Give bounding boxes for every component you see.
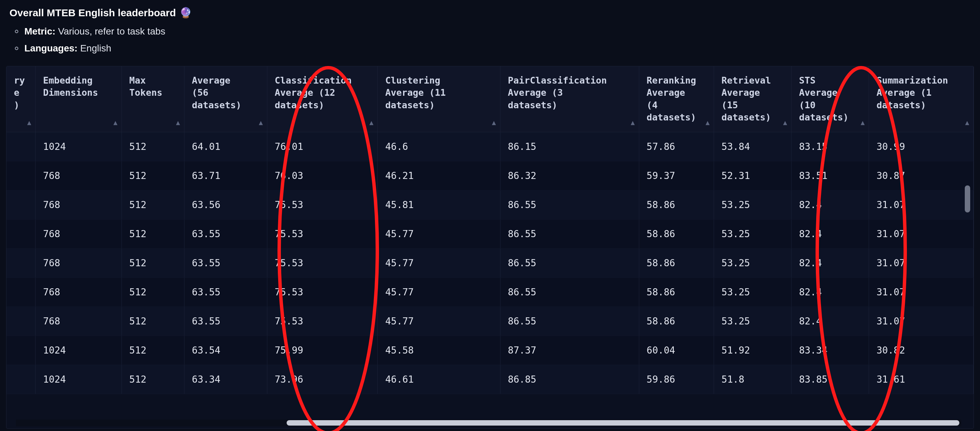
cell-clu: 46.61	[378, 365, 500, 394]
cell-pair: 86.32	[500, 161, 639, 190]
cell-ret: 53.25	[714, 248, 792, 277]
table-row[interactable]: 76851263.5575.5345.7786.5558.8653.2582.4…	[6, 307, 974, 336]
meta-value: English	[80, 43, 111, 54]
cell-sts: 82.4	[792, 190, 869, 219]
cell-ret: 53.84	[714, 132, 792, 161]
table-row[interactable]: 102451263.5475.9945.5887.3760.0451.9283.…	[6, 336, 974, 365]
cell-ret: 51.92	[714, 336, 792, 365]
sort-icon[interactable]: ▲	[861, 118, 865, 127]
sort-icon[interactable]: ▲	[965, 118, 969, 127]
col-embedding-dimensions[interactable]: Embedding Dimensions▲	[35, 66, 122, 132]
table-scroll[interactable]: ry e )▲ Embedding Dimensions▲ Max Tokens…	[6, 66, 974, 428]
sort-icon[interactable]: ▲	[259, 118, 263, 127]
leaderboard-table: ry e )▲ Embedding Dimensions▲ Max Tokens…	[6, 66, 974, 394]
col-label: Max Tokens	[129, 75, 162, 98]
cell-sts: 83.85	[792, 365, 869, 394]
horizontal-scrollbar[interactable]	[16, 420, 961, 426]
cell-ret: 53.25	[714, 307, 792, 336]
col-summarization-average[interactable]: Summarization Average (1 datasets)▲	[869, 66, 974, 132]
cell-sum: 31.07	[869, 277, 974, 307]
cell-tok: 512	[122, 336, 185, 365]
cell-rer: 60.04	[639, 336, 714, 365]
cell-tok: 512	[122, 161, 185, 190]
bullet-icon	[15, 47, 18, 50]
cell-stub	[6, 365, 35, 394]
col-stub[interactable]: ry e )▲	[6, 66, 35, 132]
cell-stub	[6, 336, 35, 365]
cell-cls: 75.53	[267, 277, 378, 307]
table-row[interactable]: 76851263.5575.5345.7786.5558.8653.2582.4…	[6, 277, 974, 307]
cell-clu: 45.81	[378, 190, 500, 219]
sort-icon[interactable]: ▲	[369, 118, 373, 127]
cell-pair: 86.55	[500, 190, 639, 219]
sort-icon[interactable]: ▲	[492, 118, 496, 127]
cell-pair: 86.55	[500, 219, 639, 248]
cell-ret: 53.25	[714, 219, 792, 248]
cell-pair: 86.55	[500, 248, 639, 277]
cell-sts: 82.4	[792, 248, 869, 277]
cell-avg: 63.34	[185, 365, 267, 394]
cell-cls: 75.53	[267, 190, 378, 219]
col-retrieval-average[interactable]: Retrieval Average (15 datasets)▲	[714, 66, 792, 132]
vertical-scrollbar-thumb[interactable]	[965, 185, 970, 212]
cell-avg: 63.71	[185, 161, 267, 190]
meta-item-languages: Languages: English	[15, 43, 980, 54]
sort-icon[interactable]: ▲	[113, 118, 118, 127]
table-header: ry e )▲ Embedding Dimensions▲ Max Tokens…	[6, 66, 974, 132]
cell-tok: 512	[122, 277, 185, 307]
cell-sts: 82.4	[792, 277, 869, 307]
cell-avg: 63.55	[185, 277, 267, 307]
cell-cls: 76.03	[267, 161, 378, 190]
cell-tok: 512	[122, 190, 185, 219]
table-row[interactable]: 102451264.0176.0146.686.1557.8653.8483.1…	[6, 132, 974, 161]
col-sts-average[interactable]: STS Average (10 datasets)▲	[792, 66, 869, 132]
meta-label: Metric:	[24, 26, 56, 37]
col-label: STS Average (10 datasets)	[799, 75, 848, 122]
cell-pair: 87.37	[500, 336, 639, 365]
cell-cls: 75.53	[267, 248, 378, 277]
cell-clu: 45.77	[378, 277, 500, 307]
col-clustering-average[interactable]: Clustering Average (11 datasets)▲	[378, 66, 500, 132]
cell-clu: 45.77	[378, 248, 500, 277]
table-row[interactable]: 76851263.5575.5345.7786.5558.8653.2582.4…	[6, 248, 974, 277]
sort-icon[interactable]: ▲	[631, 118, 635, 127]
cell-dim: 768	[35, 277, 122, 307]
col-max-tokens[interactable]: Max Tokens▲	[122, 66, 185, 132]
cell-tok: 512	[122, 307, 185, 336]
meta-label: Languages:	[24, 43, 78, 54]
horizontal-scrollbar-thumb[interactable]	[286, 420, 959, 426]
col-classification-average[interactable]: Classification Average (12 datasets)▲	[267, 66, 378, 132]
cell-avg: 63.56	[185, 190, 267, 219]
page-title: Overall MTEB English leaderboard	[10, 7, 176, 19]
cell-ret: 52.31	[714, 161, 792, 190]
col-average[interactable]: Average (56 datasets)▲	[185, 66, 267, 132]
cell-pair: 86.15	[500, 132, 639, 161]
sort-icon[interactable]: ▲	[783, 118, 787, 127]
col-label: Embedding Dimensions	[43, 75, 98, 98]
cell-clu: 46.6	[378, 132, 500, 161]
vertical-scrollbar[interactable]	[965, 145, 970, 415]
sort-icon[interactable]: ▲	[27, 118, 31, 127]
cell-sum: 30.82	[869, 336, 974, 365]
cell-avg: 63.55	[185, 307, 267, 336]
cell-sts: 82.4	[792, 219, 869, 248]
col-reranking-average[interactable]: Reranking Average (4 datasets)▲	[639, 66, 714, 132]
table-row[interactable]: 76851263.5575.5345.7786.5558.8653.2582.4…	[6, 219, 974, 248]
table-row[interactable]: 76851263.5675.5345.8186.5558.8653.2582.4…	[6, 190, 974, 219]
crystal-ball-icon: 🔮	[179, 7, 192, 19]
table-row[interactable]: 102451263.3473.9646.6186.8559.8651.883.8…	[6, 365, 974, 394]
cell-dim: 768	[35, 190, 122, 219]
cell-stub	[6, 277, 35, 307]
col-pairclassification-average[interactable]: PairClassification Average (3 datasets)▲	[500, 66, 639, 132]
cell-sum: 31.61	[869, 365, 974, 394]
cell-dim: 768	[35, 161, 122, 190]
cell-avg: 63.55	[185, 219, 267, 248]
sort-icon[interactable]: ▲	[176, 118, 180, 127]
cell-rer: 58.86	[639, 219, 714, 248]
cell-pair: 86.55	[500, 277, 639, 307]
cell-stub	[6, 161, 35, 190]
sort-icon[interactable]: ▲	[706, 118, 710, 127]
table-row[interactable]: 76851263.7176.0346.2186.3259.3752.3183.5…	[6, 161, 974, 190]
cell-stub	[6, 190, 35, 219]
cell-sum: 31.07	[869, 190, 974, 219]
